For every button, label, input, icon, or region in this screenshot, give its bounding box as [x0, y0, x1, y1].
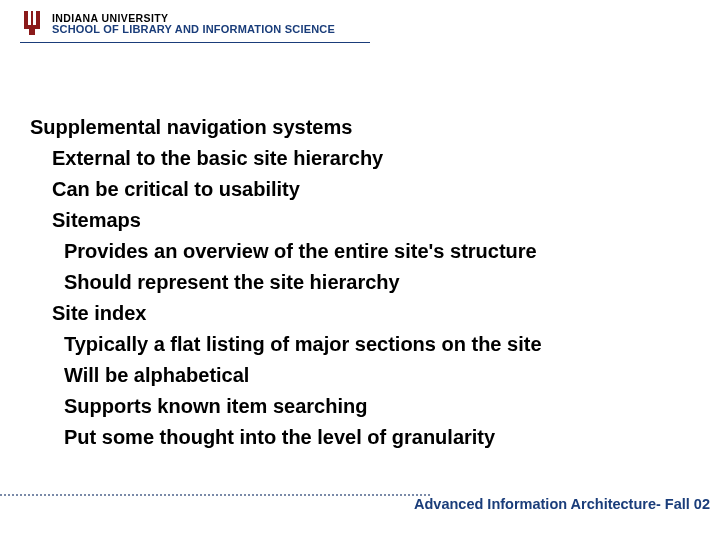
footer-divider	[0, 494, 430, 496]
list-item: Should represent the site hierarchy	[64, 267, 700, 298]
footer-text: Advanced Information Architecture- Fall …	[414, 496, 710, 512]
list-item: Will be alphabetical	[64, 360, 700, 391]
header-text: INDIANA UNIVERSITY SCHOOL OF LIBRARY AND…	[52, 13, 335, 36]
list-item: Put some thought into the level of granu…	[64, 422, 700, 453]
slide-header: INDIANA UNIVERSITY SCHOOL OF LIBRARY AND…	[20, 8, 335, 40]
list-item: Sitemaps	[52, 205, 700, 236]
list-item: External to the basic site hierarchy	[52, 143, 700, 174]
list-item: Typically a flat listing of major sectio…	[64, 329, 700, 360]
header-underline	[20, 42, 370, 43]
list-item: Supports known item searching	[64, 391, 700, 422]
section-title: Supplemental navigation systems	[30, 112, 700, 143]
list-item: Can be critical to usability	[52, 174, 700, 205]
list-item: Provides an overview of the entire site'…	[64, 236, 700, 267]
slide-body: Supplemental navigation systems External…	[30, 112, 700, 453]
header-school: SCHOOL OF LIBRARY AND INFORMATION SCIENC…	[52, 24, 335, 36]
iu-trident-icon	[20, 8, 44, 40]
list-item: Site index	[52, 298, 700, 329]
